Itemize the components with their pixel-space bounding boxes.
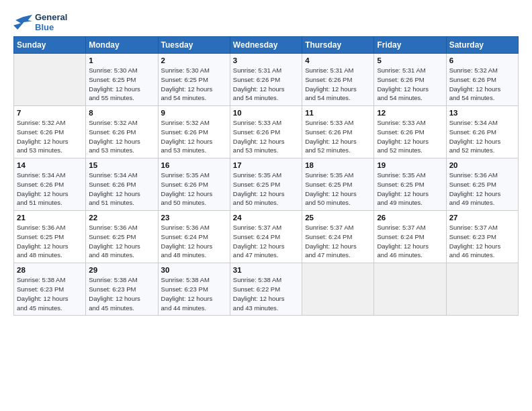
calendar-cell: 4Sunrise: 5:31 AMSunset: 6:26 PMDaylight… — [302, 54, 374, 106]
calendar-week-row: 28Sunrise: 5:38 AMSunset: 6:23 PMDayligh… — [14, 263, 519, 316]
day-number: 31 — [233, 266, 299, 274]
day-number: 3 — [233, 56, 299, 64]
day-number: 18 — [305, 161, 371, 169]
day-info: Sunrise: 5:32 AMSunset: 6:26 PMDaylight:… — [161, 118, 227, 155]
calendar-cell: 16Sunrise: 5:35 AMSunset: 6:26 PMDayligh… — [158, 158, 230, 211]
day-info: Sunrise: 5:30 AMSunset: 6:25 PMDaylight:… — [161, 66, 227, 103]
day-info: Sunrise: 5:38 AMSunset: 6:23 PMDaylight:… — [17, 275, 83, 312]
col-header-saturday: Saturday — [446, 37, 518, 54]
logo-bird-icon — [13, 15, 32, 30]
day-info: Sunrise: 5:37 AMSunset: 6:24 PMDaylight:… — [377, 223, 443, 260]
day-number: 6 — [449, 56, 515, 64]
day-number: 27 — [449, 214, 515, 222]
calendar-cell: 30Sunrise: 5:38 AMSunset: 6:23 PMDayligh… — [158, 263, 230, 316]
day-number: 15 — [89, 161, 154, 169]
calendar-cell: 23Sunrise: 5:36 AMSunset: 6:24 PMDayligh… — [158, 211, 230, 263]
calendar-cell: 22Sunrise: 5:36 AMSunset: 6:25 PMDayligh… — [86, 211, 158, 263]
day-info: Sunrise: 5:31 AMSunset: 6:26 PMDaylight:… — [233, 66, 299, 103]
calendar-cell: 13Sunrise: 5:34 AMSunset: 6:26 PMDayligh… — [446, 106, 518, 158]
calendar-cell: 10Sunrise: 5:33 AMSunset: 6:26 PMDayligh… — [230, 106, 302, 158]
calendar-cell: 27Sunrise: 5:37 AMSunset: 6:23 PMDayligh… — [446, 211, 518, 263]
logo-text: General Blue — [35, 12, 67, 32]
day-number: 17 — [233, 161, 299, 169]
day-number: 16 — [161, 161, 227, 169]
calendar-cell: 2Sunrise: 5:30 AMSunset: 6:25 PMDaylight… — [158, 54, 230, 106]
day-info: Sunrise: 5:34 AMSunset: 6:26 PMDaylight:… — [89, 171, 154, 208]
day-number: 8 — [89, 109, 154, 117]
day-info: Sunrise: 5:32 AMSunset: 6:26 PMDaylight:… — [17, 118, 83, 155]
day-info: Sunrise: 5:35 AMSunset: 6:25 PMDaylight:… — [377, 171, 443, 208]
day-info: Sunrise: 5:38 AMSunset: 6:23 PMDaylight:… — [89, 275, 154, 312]
calendar-cell: 31Sunrise: 5:38 AMSunset: 6:22 PMDayligh… — [230, 263, 302, 316]
day-number: 4 — [305, 56, 371, 64]
day-info: Sunrise: 5:30 AMSunset: 6:25 PMDaylight:… — [89, 66, 154, 103]
day-number: 28 — [17, 266, 83, 274]
calendar-cell: 17Sunrise: 5:35 AMSunset: 6:25 PMDayligh… — [230, 158, 302, 211]
day-info: Sunrise: 5:31 AMSunset: 6:26 PMDaylight:… — [377, 66, 443, 103]
col-header-monday: Monday — [86, 37, 158, 54]
day-info: Sunrise: 5:33 AMSunset: 6:26 PMDaylight:… — [377, 118, 443, 155]
calendar-cell: 9Sunrise: 5:32 AMSunset: 6:26 PMDaylight… — [158, 106, 230, 158]
day-info: Sunrise: 5:32 AMSunset: 6:26 PMDaylight:… — [89, 118, 154, 155]
day-info: Sunrise: 5:37 AMSunset: 6:24 PMDaylight:… — [233, 223, 299, 260]
day-info: Sunrise: 5:33 AMSunset: 6:26 PMDaylight:… — [233, 118, 299, 155]
calendar-cell: 15Sunrise: 5:34 AMSunset: 6:26 PMDayligh… — [86, 158, 158, 211]
day-number: 24 — [233, 214, 299, 222]
day-info: Sunrise: 5:38 AMSunset: 6:23 PMDaylight:… — [161, 275, 227, 312]
day-number: 9 — [161, 109, 227, 117]
day-info: Sunrise: 5:34 AMSunset: 6:26 PMDaylight:… — [17, 171, 83, 208]
day-info: Sunrise: 5:32 AMSunset: 6:26 PMDaylight:… — [449, 66, 515, 103]
calendar-cell: 1Sunrise: 5:30 AMSunset: 6:25 PMDaylight… — [86, 54, 158, 106]
day-info: Sunrise: 5:36 AMSunset: 6:25 PMDaylight:… — [89, 223, 154, 260]
day-info: Sunrise: 5:38 AMSunset: 6:22 PMDaylight:… — [233, 275, 299, 312]
day-number: 10 — [233, 109, 299, 117]
calendar-week-row: 14Sunrise: 5:34 AMSunset: 6:26 PMDayligh… — [14, 158, 519, 211]
calendar-cell: 29Sunrise: 5:38 AMSunset: 6:23 PMDayligh… — [86, 263, 158, 316]
calendar-cell — [446, 263, 518, 316]
day-number: 11 — [305, 109, 371, 117]
day-info: Sunrise: 5:35 AMSunset: 6:25 PMDaylight:… — [233, 171, 299, 208]
day-info: Sunrise: 5:35 AMSunset: 6:25 PMDaylight:… — [305, 171, 371, 208]
page: General Blue SundayMondayTuesdayWednesda… — [0, 0, 532, 322]
calendar-cell: 25Sunrise: 5:37 AMSunset: 6:24 PMDayligh… — [302, 211, 374, 263]
calendar-cell: 20Sunrise: 5:36 AMSunset: 6:25 PMDayligh… — [446, 158, 518, 211]
calendar-cell — [374, 263, 446, 316]
col-header-sunday: Sunday — [14, 37, 86, 54]
day-info: Sunrise: 5:33 AMSunset: 6:26 PMDaylight:… — [305, 118, 371, 155]
calendar-cell: 19Sunrise: 5:35 AMSunset: 6:25 PMDayligh… — [374, 158, 446, 211]
day-info: Sunrise: 5:36 AMSunset: 6:24 PMDaylight:… — [161, 223, 227, 260]
day-number: 30 — [161, 266, 227, 274]
col-header-wednesday: Wednesday — [230, 37, 302, 54]
day-info: Sunrise: 5:36 AMSunset: 6:25 PMDaylight:… — [449, 171, 515, 208]
calendar-cell: 14Sunrise: 5:34 AMSunset: 6:26 PMDayligh… — [14, 158, 86, 211]
col-header-thursday: Thursday — [302, 37, 374, 54]
svg-marker-0 — [13, 15, 32, 30]
header: General Blue — [13, 12, 519, 32]
col-header-friday: Friday — [374, 37, 446, 54]
calendar-cell: 28Sunrise: 5:38 AMSunset: 6:23 PMDayligh… — [14, 263, 86, 316]
day-number: 14 — [17, 161, 83, 169]
day-number: 22 — [89, 214, 154, 222]
calendar-table: SundayMondayTuesdayWednesdayThursdayFrid… — [13, 36, 519, 316]
calendar-cell: 21Sunrise: 5:36 AMSunset: 6:25 PMDayligh… — [14, 211, 86, 263]
day-number: 2 — [161, 56, 227, 64]
day-number: 21 — [17, 214, 83, 222]
logo: General Blue — [13, 12, 67, 32]
calendar-cell: 6Sunrise: 5:32 AMSunset: 6:26 PMDaylight… — [446, 54, 518, 106]
day-info: Sunrise: 5:37 AMSunset: 6:24 PMDaylight:… — [305, 223, 371, 260]
calendar-cell: 5Sunrise: 5:31 AMSunset: 6:26 PMDaylight… — [374, 54, 446, 106]
day-number: 13 — [449, 109, 515, 117]
day-info: Sunrise: 5:37 AMSunset: 6:23 PMDaylight:… — [449, 223, 515, 260]
day-number: 1 — [89, 56, 154, 64]
day-number: 7 — [17, 109, 83, 117]
day-info: Sunrise: 5:36 AMSunset: 6:25 PMDaylight:… — [17, 223, 83, 260]
calendar-week-row: 1Sunrise: 5:30 AMSunset: 6:25 PMDaylight… — [14, 54, 519, 106]
day-number: 23 — [161, 214, 227, 222]
calendar-cell: 12Sunrise: 5:33 AMSunset: 6:26 PMDayligh… — [374, 106, 446, 158]
day-number: 12 — [377, 109, 443, 117]
day-number: 29 — [89, 266, 154, 274]
day-number: 5 — [377, 56, 443, 64]
calendar-cell — [302, 263, 374, 316]
calendar-cell: 26Sunrise: 5:37 AMSunset: 6:24 PMDayligh… — [374, 211, 446, 263]
calendar-cell: 24Sunrise: 5:37 AMSunset: 6:24 PMDayligh… — [230, 211, 302, 263]
